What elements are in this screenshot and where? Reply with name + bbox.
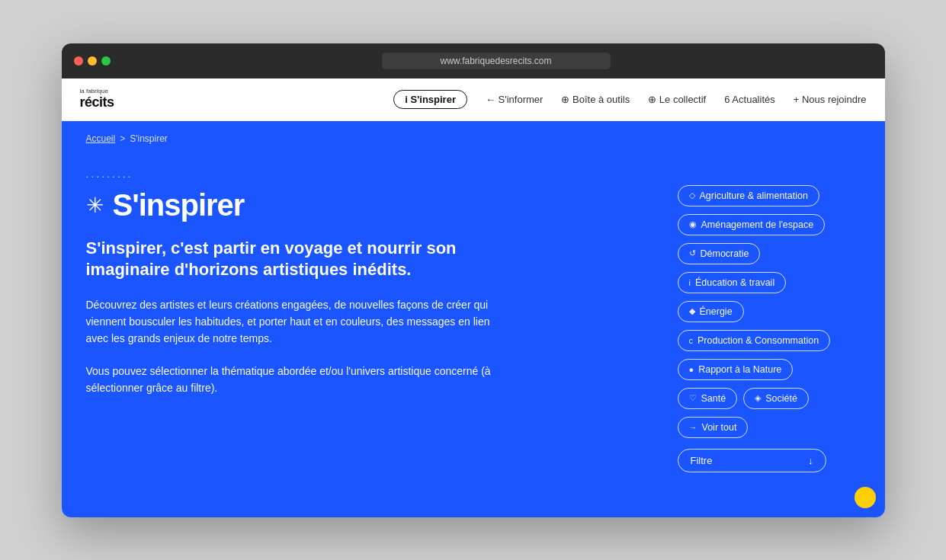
filter-pill[interactable]: Filtre ↓: [678, 449, 826, 472]
page-title: S'inspirer: [113, 188, 245, 222]
page-content: Accueil > S'inspirer ········· ✳ S'inspi…: [62, 121, 885, 517]
tag-agriculture[interactable]: ◇ Agriculture & alimentation: [678, 185, 819, 206]
tag-energie[interactable]: ◆ Énergie: [678, 301, 744, 322]
nav-item-inspirer[interactable]: i S'inspirer: [393, 92, 467, 106]
navbar: la fabrique récits i S'inspirer ← S'info…: [62, 78, 885, 121]
tag-amenagement-icon: ◉: [689, 219, 697, 229]
tag-production[interactable]: c Production & Consommation: [678, 330, 831, 351]
tags-row-small: ♡ Santé ◈ Société: [678, 388, 861, 409]
right-sidebar: ◇ Agriculture & alimentation ◉ Aménageme…: [678, 139, 861, 487]
hero-note: Vous pouvez sélectionner la thématique a…: [86, 363, 513, 397]
tag-sante-label: Santé: [701, 393, 726, 404]
tag-sante-icon: ♡: [689, 393, 697, 403]
nav-link-informer[interactable]: ← S'informer: [486, 94, 543, 105]
tag-production-label: Production & Consommation: [697, 335, 819, 346]
tag-rapport-icon: ●: [689, 365, 694, 374]
left-content: ········· ✳ S'inspirer S'inspirer, c'est…: [86, 139, 647, 487]
dot-green[interactable]: [101, 56, 111, 66]
nav-links: i S'inspirer ← S'informer ⊕ Boîte à outi…: [393, 92, 866, 106]
tag-energie-label: Énergie: [700, 306, 733, 317]
tag-societe[interactable]: ◈ Société: [743, 388, 809, 409]
nav-link-rejoindre[interactable]: + Nous rejoindre: [794, 94, 867, 105]
tag-energie-icon: ◆: [689, 306, 695, 316]
tag-agriculture-label: Agriculture & alimentation: [700, 190, 808, 201]
tag-voir-tout[interactable]: → Voir tout: [678, 417, 749, 438]
hero-subtitle: S'inspirer, c'est partir en voyage et no…: [86, 238, 528, 281]
tag-education-label: Éducation & travail: [695, 277, 774, 288]
browser-window: www.fabriquedesrecits.com la fabrique ré…: [62, 43, 885, 517]
filter-label: Filtre: [691, 455, 713, 466]
yellow-dot: [855, 487, 876, 508]
tag-democratie[interactable]: ↺ Démocratie: [678, 243, 761, 264]
tag-democratie-icon: ↺: [689, 248, 696, 258]
nav-item-rejoindre[interactable]: + Nous rejoindre: [794, 94, 867, 105]
breadcrumb-current: S'inspirer: [130, 133, 168, 144]
page-title-row: ✳ S'inspirer: [86, 188, 647, 222]
tag-agriculture-icon: ◇: [689, 190, 695, 200]
browser-chrome: www.fabriquedesrecits.com: [62, 43, 885, 78]
tag-sante[interactable]: ♡ Santé: [678, 388, 738, 409]
tag-education-icon: i: [689, 278, 691, 287]
tag-societe-icon: ◈: [755, 393, 761, 403]
url-bar[interactable]: www.fabriquedesrecits.com: [382, 53, 611, 69]
tag-production-icon: c: [689, 336, 694, 345]
nav-link-boite[interactable]: ⊕ Boîte à outils: [561, 94, 630, 105]
breadcrumb: Accueil > S'inspirer: [86, 133, 168, 144]
tag-societe-label: Société: [765, 393, 797, 404]
breadcrumb-home[interactable]: Accueil: [86, 133, 116, 144]
tag-voir-tout-label: Voir tout: [702, 422, 737, 433]
filter-icon: ↓: [808, 455, 813, 466]
dot-yellow[interactable]: [88, 56, 97, 66]
nav-item-informer[interactable]: ← S'informer: [486, 94, 543, 105]
tag-amenagement-label: Aménagement de l'espace: [701, 219, 814, 230]
tag-amenagement[interactable]: ◉ Aménagement de l'espace: [678, 214, 826, 235]
tag-rapport[interactable]: ● Rapport à la Nature: [678, 359, 794, 380]
tag-education[interactable]: i Éducation & travail: [678, 272, 787, 293]
nav-item-actualites[interactable]: 6 Actualités: [724, 94, 775, 105]
nav-link-actualites[interactable]: 6 Actualités: [724, 94, 775, 105]
nav-item-collectif[interactable]: ⊕ Le collectif: [648, 94, 706, 105]
logo: la fabrique récits: [80, 88, 114, 110]
nav-active-pill-inspirer[interactable]: i S'inspirer: [393, 90, 467, 109]
breadcrumb-separator: >: [120, 133, 125, 144]
tag-voir-tout-icon: →: [689, 423, 697, 432]
hero-description: Découvrez des artistes et leurs création…: [86, 296, 513, 347]
dot-red[interactable]: [74, 56, 83, 66]
browser-dots: [74, 56, 111, 66]
tag-democratie-label: Démocratie: [701, 248, 749, 259]
nav-item-boite[interactable]: ⊕ Boîte à outils: [561, 94, 630, 105]
dots-decoration: ·········: [86, 170, 647, 182]
tag-rapport-label: Rapport à la Nature: [698, 364, 781, 375]
nav-link-collectif[interactable]: ⊕ Le collectif: [648, 94, 706, 105]
logo-main: récits: [80, 95, 114, 110]
star-icon: ✳: [86, 193, 104, 218]
